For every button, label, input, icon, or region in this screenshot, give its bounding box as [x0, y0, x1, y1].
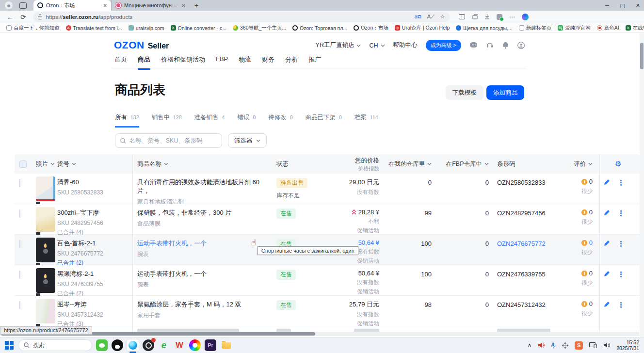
row-menu-icon[interactable]: ⋮	[617, 301, 625, 309]
premiere-icon[interactable]: Pr	[205, 339, 216, 351]
maximize-button[interactable]: ▢	[620, 2, 625, 9]
header-stock[interactable]: 在我的仓库里	[383, 154, 432, 174]
tab-close-icon[interactable]: ✕	[182, 3, 186, 8]
extensions-icon[interactable]	[497, 14, 502, 20]
store-switcher[interactable]: YR工厂直销店	[316, 41, 361, 49]
barcode-link[interactable]: OZN2476675772	[497, 240, 546, 247]
row-menu-icon[interactable]: ⋮	[617, 240, 625, 248]
edit-pencil-icon[interactable]	[603, 240, 610, 248]
header-name[interactable]: 商品名称	[137, 154, 168, 174]
remote-control-icon[interactable]	[562, 342, 568, 349]
tab-to-fix[interactable]: 待修改0	[268, 113, 292, 128]
product-photo[interactable]	[36, 207, 55, 232]
edit-pencil-icon[interactable]	[603, 301, 610, 309]
product-name-link[interactable]: 运动手表带打火机，一个	[137, 239, 271, 248]
language-switcher[interactable]: CH	[369, 42, 385, 49]
microphone-icon[interactable]	[551, 342, 556, 349]
wps-icon[interactable]: W	[174, 339, 185, 351]
browser-tab-inactive[interactable]: Мощные многофункциональнь ✕	[111, 0, 190, 11]
tab-on-sale[interactable]: 销售中128	[152, 113, 182, 128]
bookmark-converter[interactable]: XOnline converter - c...	[171, 25, 226, 31]
tray-expand-chevron[interactable]: ∧	[527, 342, 531, 349]
bookmark-uralsvip[interactable]: uralsvip.com	[129, 25, 164, 31]
header-photo[interactable]: 照片	[36, 154, 55, 174]
support-headset-icon[interactable]	[486, 42, 494, 49]
horizontal-scrollbar[interactable]	[0, 332, 639, 336]
header-fbp[interactable]: 在FBP仓库中	[441, 154, 489, 174]
premium-button[interactable]: 成为高级 >	[426, 40, 461, 51]
table-row[interactable]: 清界-60 SKU 2580532833 具有消毒作用的强效多功能清洁地板片剂 …	[15, 174, 640, 204]
edit-pencil-icon[interactable]	[603, 271, 610, 279]
edit-pencil-icon[interactable]	[603, 209, 610, 218]
bookmark-ozon-market[interactable]: Ozon：市场	[354, 25, 388, 32]
select-all-checkbox[interactable]	[19, 160, 27, 168]
close-button[interactable]: ✕	[636, 2, 640, 9]
product-photo[interactable]	[36, 176, 55, 201]
search-input[interactable]	[129, 137, 217, 144]
bookmark-online-converter[interactable]: X在线转换器 - 免费...	[626, 25, 644, 32]
account-icon[interactable]	[517, 42, 525, 49]
more-menu-icon[interactable]: ⋯	[509, 14, 515, 20]
bookmark-brush[interactable]: Щетка для посуды,...	[456, 25, 513, 31]
bookmark-translate[interactable]: ATranslate text from i...	[66, 25, 122, 31]
taskbar-search[interactable]: 搜索	[18, 339, 92, 351]
cast-device-icon[interactable]	[589, 342, 597, 348]
favorite-star-icon[interactable]: ☆	[440, 14, 445, 20]
header-article[interactable]: 货号	[57, 154, 76, 174]
vertical-scrollbar[interactable]	[640, 33, 644, 337]
file-explorer-icon[interactable]	[220, 339, 232, 351]
row-menu-icon[interactable]: ⋮	[617, 209, 625, 217]
row-checkbox[interactable]	[19, 209, 20, 218]
bookmark-octopus-ai[interactable]: 章鱼AI	[597, 25, 619, 32]
table-row[interactable]: 黑濑湾标-2-1 SKU 2476339755 已合并 (2) 运动手表带打火机…	[15, 265, 640, 296]
row-checkbox[interactable]	[19, 301, 20, 309]
back-button[interactable]: ←	[7, 13, 14, 21]
product-photo[interactable]	[36, 299, 55, 323]
bookmark-aichunjing[interactable]: 纯爱纯净官网	[558, 25, 591, 32]
obs-icon[interactable]	[143, 339, 154, 351]
edit-pencil-icon[interactable]	[603, 179, 610, 187]
tab-errors[interactable]: 错误0	[237, 113, 256, 128]
bookmark-ural-help[interactable]: ◎Ural企库 | Ozon Help	[395, 25, 450, 32]
row-menu-icon[interactable]: ⋮	[617, 178, 625, 187]
volume-icon[interactable]	[538, 342, 545, 348]
new-tab-button[interactable]: +	[194, 1, 198, 9]
speaker-icon[interactable]	[603, 342, 610, 348]
scrollbar-thumb[interactable]	[640, 43, 644, 69]
wechat-icon[interactable]	[96, 339, 108, 351]
collections-icon[interactable]	[472, 14, 478, 19]
notifications-bell-icon[interactable]	[502, 42, 509, 49]
clock[interactable]: 15:52 2025/7/31	[616, 339, 639, 351]
product-name[interactable]: 具有消毒作用的强效多功能清洁地板片剂 60 片，	[137, 178, 271, 195]
table-row[interactable]: 图岑--寿涛 SKU 2457312432 已合并 (3) 聚氨酯涂层，家务手套…	[15, 296, 640, 326]
bookmark-360nav[interactable]: 360导航_一个主页...	[233, 25, 286, 32]
start-button[interactable]	[5, 341, 14, 350]
bookmark-baidu[interactable]: 百度一下，你就知道	[6, 25, 60, 32]
table-row[interactable]: 300zhi--宝下摩 SKU 2482957456 已合并 (4) 保鲜膜，包…	[15, 204, 640, 235]
refresh-button[interactable]: ⟳	[20, 13, 26, 21]
product-name[interactable]: 保鲜膜，包装，非常经济，300 片	[137, 209, 271, 217]
product-name[interactable]: 聚氨酯涂层，家务手套，M 码，12 双	[137, 300, 271, 309]
address-bar[interactable]: https://seller.ozon.ru/app/products a⧉ A…	[33, 12, 450, 22]
download-template-button[interactable]: 下载模板	[446, 85, 483, 100]
tab-delisted[interactable]: 商品已下架0	[306, 113, 342, 128]
workspaces-icon[interactable]	[19, 2, 27, 9]
row-checkbox[interactable]	[19, 271, 20, 279]
bookmark-newtab[interactable]: 新建标签页	[519, 25, 552, 32]
product-photo[interactable]	[36, 268, 55, 293]
downloads-icon[interactable]	[484, 14, 490, 19]
edge-browser-icon[interactable]	[127, 339, 139, 351]
copilot-icon[interactable]	[522, 14, 529, 20]
minimize-button[interactable]: ─	[606, 2, 610, 8]
help-center-link[interactable]: 帮助中心	[393, 41, 418, 49]
browser-tab-active[interactable]: Ozon：市场 ✕	[33, 0, 111, 11]
profile-icon[interactable]: ☻	[5, 1, 13, 9]
row-checkbox[interactable]	[19, 240, 20, 248]
product-price-link[interactable]: 50,64 ¥	[320, 239, 379, 246]
table-settings-gear-icon[interactable]: ⚙	[615, 154, 621, 174]
header-rating[interactable]: 评价	[562, 154, 593, 174]
tab-archive[interactable]: 档案114	[354, 113, 378, 128]
split-screen-icon[interactable]	[459, 14, 465, 19]
ozon-seller-logo[interactable]: OZON Seller	[114, 39, 169, 51]
internet-explorer-icon[interactable]: e	[158, 339, 170, 351]
